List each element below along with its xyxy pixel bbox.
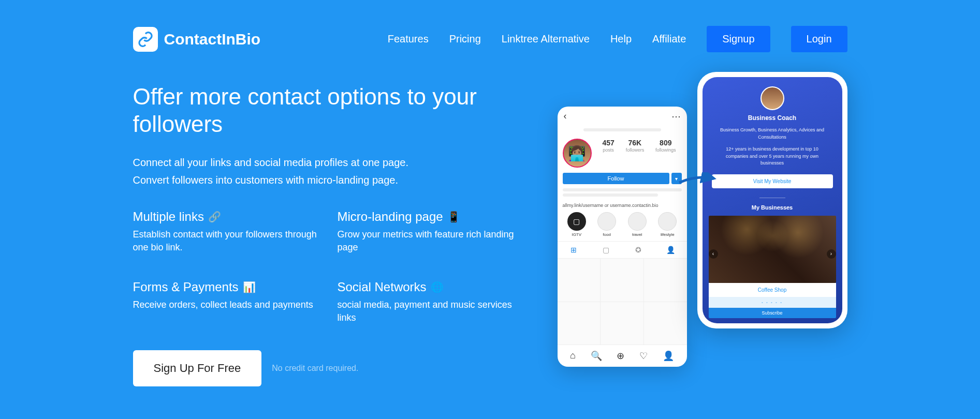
story-travel: travel xyxy=(628,212,647,237)
landing-desc1: Business Growth, Business Analytics, Adv… xyxy=(708,127,837,141)
insta-bio-placeholder xyxy=(558,188,687,203)
insta-post-grid xyxy=(558,259,687,345)
feature-title: Multiple links xyxy=(133,210,204,224)
landing-section-title: My Businesses xyxy=(708,204,837,211)
feature-title: Social Networks xyxy=(338,280,427,294)
insta-follow-row: Follow ▾ xyxy=(558,173,687,188)
brand-name: ContactInBio xyxy=(164,31,261,48)
insta-username-placeholder xyxy=(583,128,661,131)
hero-title: Offer more contact options to your follo… xyxy=(133,83,526,138)
hero-content: Offer more contact options to your follo… xyxy=(133,83,526,386)
home-icon: ⌂ xyxy=(570,350,576,362)
feature-desc: Establish contact with your followers th… xyxy=(133,228,322,254)
coffee-shop-image xyxy=(709,216,836,283)
landing-screen: Business Coach Business Growth, Business… xyxy=(703,77,842,323)
landing-page-mockup: Business Coach Business Growth, Business… xyxy=(697,72,847,328)
search-icon: 🔍 xyxy=(591,350,602,362)
insta-profile-row: 👩🏽‍💻 457 posts 76K followers 809 foll xyxy=(558,133,687,173)
feature-title: Forms & Payments xyxy=(133,280,239,294)
add-icon: ⊕ xyxy=(617,350,624,362)
story-lifestyle: lifestyle xyxy=(658,212,677,237)
feature-micro-landing: Micro-landing page 📱 Grow your metrics w… xyxy=(338,210,526,254)
header: ContactInBio Features Pricing Linktree A… xyxy=(133,0,847,52)
feature-multiple-links: Multiple links 🔗 Establish contact with … xyxy=(133,210,322,254)
hero-sub-line2: Convert followers into customers with mi… xyxy=(133,171,526,189)
feature-social-networks: Social Networks 🌐 social media, payment … xyxy=(338,280,526,324)
stat-following: 809 followings xyxy=(655,139,676,168)
landing-divider xyxy=(759,198,785,198)
cta-note: No credit card required. xyxy=(272,364,358,373)
arrow-icon xyxy=(677,172,718,188)
nav-linktree[interactable]: Linktree Alternative xyxy=(502,33,590,45)
phone-icon: 📱 xyxy=(447,211,460,223)
feature-forms-payments: Forms & Payments 📊 Receive orders, colle… xyxy=(133,280,322,324)
carousel-next-icon: › xyxy=(827,249,836,259)
feature-desc: Grow your metrics with feature rich land… xyxy=(338,228,526,254)
carousel-prev-icon: ‹ xyxy=(709,249,718,259)
story-igtv: ▢IGTV xyxy=(567,212,586,237)
insta-stories: ▢IGTV food travel lifestyle xyxy=(558,212,687,241)
feature-desc: Receive orders, collect leads and paymen… xyxy=(133,298,322,311)
story-food: food xyxy=(597,212,616,237)
insta-tabs: ⊞ ▢ ✪ 👤 xyxy=(558,241,687,259)
star-tab-icon: ✪ xyxy=(622,242,655,258)
hero-section: Offer more contact options to your follo… xyxy=(133,83,847,386)
follow-button: Follow xyxy=(563,173,669,184)
profile-icon: 👤 xyxy=(663,350,674,362)
subscribe-button: Subscribe xyxy=(709,308,836,318)
insta-avatar: 👩🏽‍💻 xyxy=(563,139,592,168)
stat-followers: 76K followers xyxy=(626,139,645,168)
more-icon: ⋯ xyxy=(671,111,681,122)
carousel-dots: • • • • • xyxy=(709,297,836,308)
hero-sub-line1: Connect all your links and social media … xyxy=(133,154,526,171)
back-icon: ‹ xyxy=(564,111,567,122)
hero-phones: ‹ ⋯ 👩🏽‍💻 457 posts 76K followers xyxy=(558,83,847,368)
link-icon: 🔗 xyxy=(208,211,221,223)
feature-title: Micro-landing page xyxy=(338,210,443,224)
nav-pricing[interactable]: Pricing xyxy=(449,33,481,45)
insta-bottom-nav: ⌂ 🔍 ⊕ ♡ 👤 xyxy=(558,345,687,367)
cta-row: Sign Up For Free No credit card required… xyxy=(133,350,526,386)
insta-top-bar: ‹ ⋯ xyxy=(558,107,687,126)
features-grid: Multiple links 🔗 Establish contact with … xyxy=(133,210,526,325)
card-title: Coffee Shop xyxy=(709,283,836,297)
instagram-mockup: ‹ ⋯ 👩🏽‍💻 457 posts 76K followers xyxy=(558,107,687,367)
hero-subtitle: Connect all your links and social media … xyxy=(133,154,526,189)
tagged-tab-icon: 👤 xyxy=(654,242,687,258)
heart-icon: ♡ xyxy=(639,350,648,362)
visit-website-button: Visit My Website xyxy=(712,174,833,188)
nav-help[interactable]: Help xyxy=(610,33,632,45)
signup-free-button[interactable]: Sign Up For Free xyxy=(133,350,262,386)
logo-icon xyxy=(133,27,158,52)
landing-title: Business Coach xyxy=(708,114,837,122)
logo[interactable]: ContactInBio xyxy=(133,27,261,52)
landing-carousel: ‹ › xyxy=(708,216,837,283)
feed-tab-icon: ▢ xyxy=(590,242,622,258)
chart-icon: 📊 xyxy=(243,281,256,293)
landing-desc2: 12+ years in business development in top… xyxy=(708,146,837,167)
login-button[interactable]: Login xyxy=(791,26,847,52)
stat-posts: 457 posts xyxy=(602,139,614,168)
nav-features[interactable]: Features xyxy=(388,33,429,45)
landing-avatar xyxy=(760,86,784,110)
globe-icon: 🌐 xyxy=(431,281,444,293)
main-nav: Features Pricing Linktree Alternative He… xyxy=(388,26,847,52)
insta-bio-link: allmy.link/username or username.contacti… xyxy=(558,203,687,212)
feature-desc: social media, payment and music services… xyxy=(338,298,526,324)
grid-tab-icon: ⊞ xyxy=(558,242,590,258)
insta-stats: 457 posts 76K followers 809 followings xyxy=(597,139,682,168)
nav-affiliate[interactable]: Affiliate xyxy=(652,33,686,45)
signup-button[interactable]: Signup xyxy=(707,26,770,52)
